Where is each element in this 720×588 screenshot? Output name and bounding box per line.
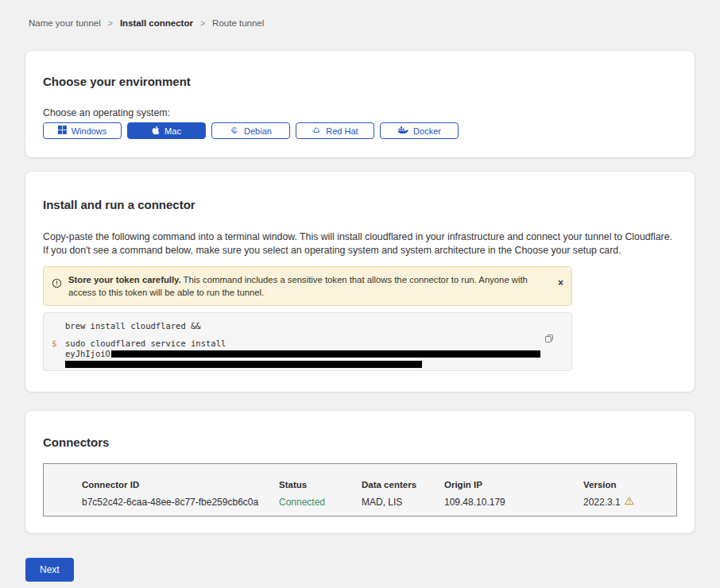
connectors-card-title: Connectors (43, 435, 677, 449)
version-number: 2022.3.1 (583, 497, 621, 508)
install-connector-card: Install and run a connector Copy-paste t… (25, 172, 695, 392)
breadcrumb: Name your tunnel > Install connector > R… (0, 0, 720, 28)
os-button-label: Mac (165, 126, 181, 136)
token-warning-text: Store your token carefully. This command… (68, 273, 563, 299)
terminal-token-line: eyJhIjoiO (52, 349, 571, 358)
col-header-version: Version (583, 480, 676, 489)
connector-id-value: b7c52c42-6caa-48ee-8c77-fbe259cb6c0a (82, 497, 279, 508)
main-content: Choose your environment Choose an operat… (0, 51, 720, 533)
os-button-docker[interactable]: Docker (380, 122, 459, 139)
terminal-line-brew: brew install cloudflared && (52, 321, 571, 331)
breadcrumb-separator: > (108, 18, 113, 28)
os-button-group: Windows Mac Debian Red Hat (43, 122, 677, 139)
token-warning-banner: Store your token carefully. This command… (43, 266, 572, 306)
col-header-origin-ip: Origin IP (444, 480, 583, 489)
connectors-table: Connector ID Status Data centers Origin … (43, 463, 677, 516)
connectors-table-header: Connector ID Status Data centers Origin … (82, 480, 676, 489)
footer: Next (0, 533, 720, 582)
copy-icon[interactable] (544, 334, 554, 343)
breadcrumb-step-name-tunnel[interactable]: Name your tunnel (29, 18, 101, 28)
close-icon[interactable]: × (558, 278, 563, 288)
terminal-line-sudo: $ sudo cloudflared service install (52, 338, 571, 348)
os-button-debian[interactable]: Debian (211, 122, 290, 139)
terminal-prompt: $ (52, 338, 65, 348)
debian-swirl-icon (230, 126, 239, 137)
status-badge: Connected (279, 497, 362, 508)
next-button[interactable]: Next (25, 558, 74, 582)
windows-logo-icon (58, 126, 67, 136)
table-row: b7c52c42-6caa-48ee-8c77-fbe259cb6c0a Con… (82, 497, 676, 508)
docker-whale-icon (397, 126, 408, 136)
os-select-label: Choose an operating system: (43, 107, 677, 118)
breadcrumb-step-install-connector[interactable]: Install connector (120, 18, 193, 28)
origin-ip-value: 109.48.10.179 (444, 497, 583, 508)
redacted-token-bar (111, 350, 540, 358)
data-centers-value: MAD, LIS (362, 497, 444, 508)
redacted-token-bar (65, 361, 422, 368)
environment-card-title: Choose your environment (43, 75, 677, 88)
redhat-fedora-icon (312, 126, 321, 137)
terminal-command-block: brew install cloudflared && $ sudo cloud… (43, 312, 572, 371)
warning-triangle-icon (625, 497, 634, 508)
os-button-redhat[interactable]: Red Hat (296, 122, 374, 139)
terminal-command-text: sudo cloudflared service install (65, 338, 226, 348)
terminal-token-line-2 (52, 360, 571, 369)
choose-environment-card: Choose your environment Choose an operat… (25, 51, 695, 157)
os-button-mac[interactable]: Mac (127, 122, 206, 139)
install-card-title: Install and run a connector (43, 198, 677, 211)
breadcrumb-step-route-tunnel[interactable]: Route tunnel (212, 18, 264, 28)
os-button-label: Docker (413, 126, 441, 136)
os-button-label: Windows (72, 126, 107, 136)
os-button-label: Red Hat (326, 126, 358, 136)
os-button-windows[interactable]: Windows (43, 122, 122, 139)
connectors-card: Connectors Connector ID Status Data cent… (25, 411, 695, 533)
install-description: Copy-paste the following command into a … (43, 230, 677, 257)
col-header-data-centers: Data centers (362, 480, 444, 489)
token-warning-title: Store your token carefully. (68, 275, 181, 284)
apple-logo-icon (152, 126, 160, 137)
os-button-label: Debian (244, 126, 272, 136)
alert-circle-icon (52, 277, 62, 292)
token-prefix-text: eyJhIjoiO (65, 349, 110, 358)
col-header-status: Status (279, 480, 362, 489)
version-value: 2022.3.1 (583, 497, 676, 508)
breadcrumb-separator: > (200, 18, 205, 28)
col-header-connector-id: Connector ID (82, 480, 279, 489)
